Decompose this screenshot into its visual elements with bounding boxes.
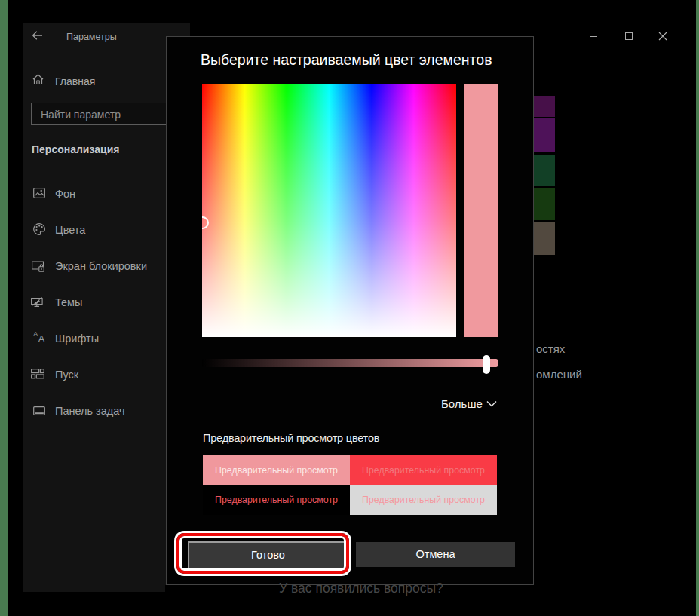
svg-text:A: A <box>38 333 45 344</box>
